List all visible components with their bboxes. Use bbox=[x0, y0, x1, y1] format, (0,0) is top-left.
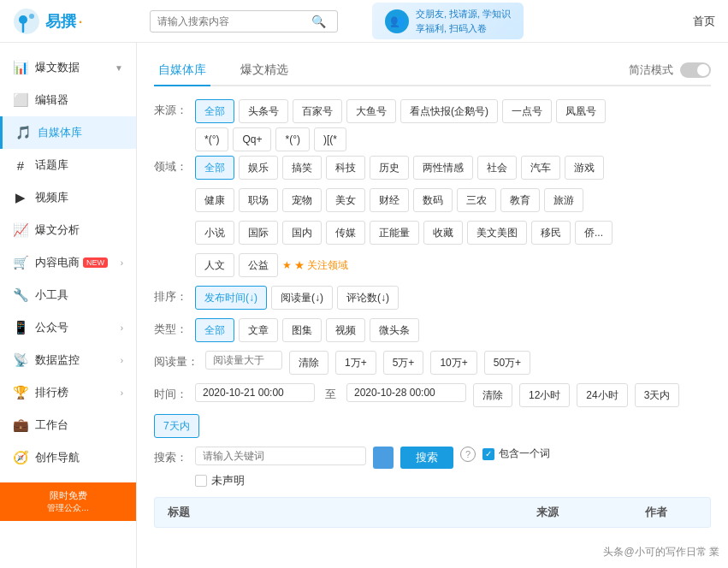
read-10w-btn[interactable]: 10万+ bbox=[430, 351, 476, 375]
time-12h-btn[interactable]: 12小时 bbox=[519, 383, 570, 407]
time-end-input[interactable] bbox=[346, 383, 466, 402]
source-all-btn[interactable]: 全部 bbox=[195, 99, 234, 123]
domain-jiankang-btn[interactable]: 健康 bbox=[195, 188, 234, 212]
domain-renwen-btn[interactable]: 人文 bbox=[195, 253, 234, 277]
sidebar-item-xiaogongju[interactable]: 🔧 小工具 bbox=[0, 279, 136, 311]
undeclared-row: 未声明 bbox=[195, 473, 711, 488]
domain-chongwu-btn[interactable]: 宠物 bbox=[282, 188, 322, 212]
source-baijiahao-btn[interactable]: 百家号 bbox=[293, 99, 342, 123]
domain-qinzi-btn[interactable]: 侨... bbox=[575, 221, 613, 245]
source-yidian-btn[interactable]: 一点号 bbox=[502, 99, 552, 123]
read-50w-btn[interactable]: 50万+ bbox=[484, 351, 530, 375]
domain-meinvmei-btn[interactable]: 美文美图 bbox=[467, 221, 527, 245]
time-clear-btn[interactable]: 清除 bbox=[473, 383, 512, 407]
sidebar-item-baowen-fenxi[interactable]: 📈 爆文分析 bbox=[0, 214, 136, 246]
top-banner[interactable]: 👥 交朋友, 找请源, 学知识 享福利, 扫码入卷 bbox=[372, 3, 524, 39]
topbar-search[interactable]: 🔍 bbox=[150, 10, 338, 33]
domain-shuma-btn[interactable]: 数码 bbox=[413, 188, 453, 212]
domain-jiaoyu-btn[interactable]: 教育 bbox=[500, 188, 540, 212]
search-icon: 🔍 bbox=[311, 15, 326, 28]
domain-qiche-btn[interactable]: 汽车 bbox=[521, 156, 560, 180]
domain-sannong-btn[interactable]: 三农 bbox=[457, 188, 496, 212]
read-5w-btn[interactable]: 5万+ bbox=[383, 351, 424, 375]
type-article-btn[interactable]: 文章 bbox=[239, 318, 278, 342]
logo-text: 易撰 bbox=[45, 11, 76, 32]
source-wx-btn[interactable]: *(°) bbox=[275, 127, 309, 151]
domain-youxi-btn[interactable]: 游戏 bbox=[565, 156, 604, 180]
domain-lvyou-btn[interactable]: 旅游 bbox=[544, 188, 583, 212]
time-7d-btn[interactable]: 7天内 bbox=[154, 414, 199, 438]
sidebar-item-gongzuotai[interactable]: 💼 工作台 bbox=[0, 409, 136, 441]
domain-guonei-btn[interactable]: 国内 bbox=[282, 221, 322, 245]
domain-yule-btn[interactable]: 娱乐 bbox=[239, 156, 278, 180]
domain-chuanmei-btn[interactable]: 传媒 bbox=[326, 221, 365, 245]
source-dayu-btn[interactable]: 大鱼号 bbox=[346, 99, 396, 123]
domain-zhengneng-btn[interactable]: 正能量 bbox=[370, 221, 419, 245]
tab-ziwei[interactable]: 自媒体库 bbox=[154, 56, 210, 86]
jianjie-toggle[interactable] bbox=[680, 62, 711, 78]
sidebar-item-label: 视频库 bbox=[35, 190, 68, 205]
sidebar-item-paihang[interactable]: 🏆 排行榜 › bbox=[0, 376, 136, 409]
source-qq-btn[interactable]: Qq+ bbox=[233, 127, 271, 151]
domain-liangxing-btn[interactable]: 两性情感 bbox=[413, 156, 473, 180]
sidebar-item-bianjiji[interactable]: ⬜ 编辑器 bbox=[0, 84, 136, 116]
blue-box-btn[interactable] bbox=[373, 447, 394, 469]
domain-shehui-btn[interactable]: 社会 bbox=[477, 156, 517, 180]
sidebar-item-gongzhong[interactable]: 📱 公众号 › bbox=[0, 311, 136, 344]
time-24h-btn[interactable]: 24小时 bbox=[577, 383, 627, 407]
source-fenghuang-btn[interactable]: 凤凰号 bbox=[556, 99, 606, 123]
domain-shoucang-btn[interactable]: 收藏 bbox=[423, 221, 463, 245]
shipin-icon: ▶ bbox=[13, 190, 28, 205]
source-toutiao-btn[interactable]: 头条号 bbox=[239, 99, 288, 123]
domain-all-btn[interactable]: 全部 bbox=[195, 156, 234, 180]
sort-read-btn[interactable]: 阅读量(↓) bbox=[271, 286, 333, 310]
type-all-btn[interactable]: 全部 bbox=[195, 318, 234, 342]
arrow-icon: ▼ bbox=[115, 63, 123, 73]
search-submit-btn[interactable]: 搜索 bbox=[400, 447, 453, 469]
read-clear-btn[interactable]: 清除 bbox=[289, 351, 328, 375]
sidebar-item-shuju[interactable]: 📡 数据监控 › bbox=[0, 344, 136, 376]
sidebar-item-shipin[interactable]: ▶ 视频库 bbox=[0, 181, 136, 214]
domain-row3-options: 小说 国际 国内 传媒 正能量 收藏 美文美图 移民 侨... bbox=[195, 221, 711, 245]
time-3d-btn[interactable]: 3天内 bbox=[635, 383, 680, 407]
read-1w-btn[interactable]: 1万+ bbox=[335, 351, 376, 375]
domain-label: 领域： bbox=[154, 156, 188, 178]
type-row: 类型： 全部 文章 图集 视频 微头条 bbox=[154, 318, 711, 342]
sidebar-item-chuangzuo[interactable]: 🧭 创作导航 bbox=[0, 441, 136, 474]
read-input[interactable] bbox=[205, 351, 282, 370]
source-kandian-btn[interactable]: 看点快报(企鹅号) bbox=[400, 99, 498, 123]
domain-zhichang-btn[interactable]: 职场 bbox=[239, 188, 278, 212]
domain-yimin-btn[interactable]: 移民 bbox=[531, 221, 571, 245]
promo-banner[interactable]: 限时免费 管理公众... bbox=[0, 482, 136, 521]
keyword-input[interactable] bbox=[195, 447, 366, 465]
sort-comment-btn[interactable]: 评论数(↓) bbox=[337, 286, 399, 310]
source-weibo-btn[interactable]: *(°) bbox=[195, 127, 228, 151]
domain-caijing-btn[interactable]: 财经 bbox=[370, 188, 409, 212]
domain-gongyi-btn[interactable]: 公益 bbox=[239, 253, 278, 277]
topbar-search-input[interactable] bbox=[157, 15, 311, 27]
domain-guoji-btn[interactable]: 国际 bbox=[239, 221, 278, 245]
time-start-input[interactable] bbox=[195, 383, 315, 402]
home-nav[interactable]: 首页 bbox=[693, 14, 715, 29]
sort-time-btn[interactable]: 发布时间(↓) bbox=[195, 286, 267, 310]
sidebar-item-baowen-data[interactable]: 📊 爆文数据 ▼ bbox=[0, 51, 136, 84]
help-icon[interactable]: ? bbox=[460, 447, 476, 462]
domain-gaoxiao-btn[interactable]: 搞笑 bbox=[282, 156, 322, 180]
type-video-btn[interactable]: 视频 bbox=[326, 318, 365, 342]
domain-xiaoshuo-btn[interactable]: 小说 bbox=[195, 221, 234, 245]
domain-meinv-btn[interactable]: 美女 bbox=[326, 188, 365, 212]
domain-lishi-btn[interactable]: 历史 bbox=[370, 156, 409, 180]
sidebar-item-neirong[interactable]: 🛒 内容电商 NEW › bbox=[0, 246, 136, 279]
source-other-btn[interactable]: )[(* bbox=[314, 127, 346, 151]
domain-keji-btn[interactable]: 科技 bbox=[326, 156, 365, 180]
undeclared-label: 未声明 bbox=[211, 473, 245, 488]
tab-baowen-jingxuan[interactable]: 爆文精选 bbox=[236, 56, 293, 86]
focus-domain-link[interactable]: ★ ★ 关注领域 bbox=[282, 253, 348, 277]
include-word-checkbox[interactable]: ✓ bbox=[482, 448, 494, 460]
sidebar-item-ziwei[interactable]: 🎵 自媒体库 bbox=[0, 116, 136, 149]
sidebar-item-huati[interactable]: # 话题库 bbox=[0, 149, 136, 181]
type-gallery-btn[interactable]: 图集 bbox=[282, 318, 322, 342]
logo-icon bbox=[13, 8, 40, 35]
undeclared-checkbox[interactable] bbox=[195, 475, 207, 487]
type-weivideo-btn[interactable]: 微头条 bbox=[370, 318, 419, 342]
